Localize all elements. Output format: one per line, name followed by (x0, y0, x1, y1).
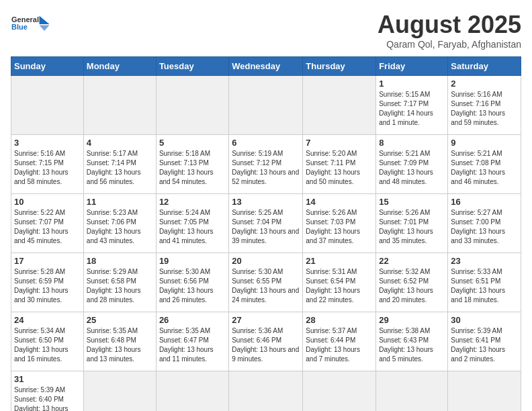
calendar-week-row: 17Sunrise: 5:28 AM Sunset: 6:59 PM Dayli… (11, 253, 521, 312)
day-number: 26 (159, 315, 226, 325)
calendar-day-cell (376, 371, 448, 412)
day-number: 8 (379, 138, 445, 148)
calendar-day-cell: 11Sunrise: 5:23 AM Sunset: 7:06 PM Dayli… (83, 194, 156, 253)
svg-text:Blue: Blue (11, 23, 28, 31)
day-info: Sunrise: 5:26 AM Sunset: 7:03 PM Dayligh… (306, 208, 373, 246)
generalblue-logo-icon: General Blue (11, 11, 51, 41)
day-number: 17 (14, 256, 81, 266)
day-info: Sunrise: 5:22 AM Sunset: 7:07 PM Dayligh… (14, 208, 81, 246)
calendar-day-cell (11, 76, 84, 135)
calendar-day-cell: 19Sunrise: 5:30 AM Sunset: 6:56 PM Dayli… (156, 253, 228, 312)
day-number: 27 (232, 315, 300, 325)
day-number: 20 (232, 256, 300, 266)
day-number: 24 (14, 315, 81, 325)
day-info: Sunrise: 5:30 AM Sunset: 6:55 PM Dayligh… (232, 267, 300, 305)
day-of-week-header: Sunday (11, 57, 84, 76)
day-info: Sunrise: 5:20 AM Sunset: 7:11 PM Dayligh… (306, 149, 373, 187)
calendar-day-cell (83, 76, 156, 135)
svg-marker-2 (40, 16, 50, 25)
day-info: Sunrise: 5:27 AM Sunset: 7:00 PM Dayligh… (451, 208, 518, 246)
calendar-week-row: 10Sunrise: 5:22 AM Sunset: 7:07 PM Dayli… (11, 194, 521, 253)
day-info: Sunrise: 5:35 AM Sunset: 6:47 PM Dayligh… (159, 326, 226, 364)
location-subtitle: Qaram Qol, Faryab, Afghanistan (378, 39, 521, 50)
day-info: Sunrise: 5:33 AM Sunset: 6:51 PM Dayligh… (451, 267, 518, 305)
day-info: Sunrise: 5:24 AM Sunset: 7:05 PM Dayligh… (159, 208, 226, 246)
day-info: Sunrise: 5:35 AM Sunset: 6:48 PM Dayligh… (87, 326, 153, 364)
calendar-day-cell: 28Sunrise: 5:37 AM Sunset: 6:44 PM Dayli… (303, 312, 376, 371)
calendar-day-cell: 30Sunrise: 5:39 AM Sunset: 6:41 PM Dayli… (448, 312, 521, 371)
title-block: August 2025 Qaram Qol, Faryab, Afghanist… (378, 11, 521, 50)
day-number: 19 (159, 256, 226, 266)
day-info: Sunrise: 5:37 AM Sunset: 6:44 PM Dayligh… (306, 326, 373, 364)
calendar-week-row: 3Sunrise: 5:16 AM Sunset: 7:15 PM Daylig… (11, 135, 521, 194)
day-info: Sunrise: 5:32 AM Sunset: 6:52 PM Dayligh… (379, 267, 445, 305)
day-info: Sunrise: 5:25 AM Sunset: 7:04 PM Dayligh… (232, 208, 300, 246)
calendar-day-cell: 5Sunrise: 5:18 AM Sunset: 7:13 PM Daylig… (156, 135, 228, 194)
day-info: Sunrise: 5:19 AM Sunset: 7:12 PM Dayligh… (232, 149, 300, 187)
calendar-week-row: 24Sunrise: 5:34 AM Sunset: 6:50 PM Dayli… (11, 312, 521, 371)
day-number: 3 (14, 138, 81, 148)
logo: General Blue (11, 11, 51, 41)
calendar-day-cell: 12Sunrise: 5:24 AM Sunset: 7:05 PM Dayli… (156, 194, 228, 253)
calendar-day-cell: 10Sunrise: 5:22 AM Sunset: 7:07 PM Dayli… (11, 194, 84, 253)
day-info: Sunrise: 5:15 AM Sunset: 7:17 PM Dayligh… (379, 90, 445, 128)
month-title: August 2025 (378, 11, 521, 39)
day-number: 5 (159, 138, 226, 148)
calendar-day-cell (229, 76, 303, 135)
day-info: Sunrise: 5:29 AM Sunset: 6:58 PM Dayligh… (87, 267, 153, 305)
day-number: 1 (379, 79, 445, 89)
calendar-day-cell: 7Sunrise: 5:20 AM Sunset: 7:11 PM Daylig… (303, 135, 376, 194)
calendar-day-cell: 23Sunrise: 5:33 AM Sunset: 6:51 PM Dayli… (448, 253, 521, 312)
calendar-day-cell: 3Sunrise: 5:16 AM Sunset: 7:15 PM Daylig… (11, 135, 84, 194)
calendar-day-cell: 22Sunrise: 5:32 AM Sunset: 6:52 PM Dayli… (376, 253, 448, 312)
calendar-day-cell (303, 371, 376, 412)
calendar-day-cell: 1Sunrise: 5:15 AM Sunset: 7:17 PM Daylig… (376, 76, 448, 135)
day-of-week-header: Thursday (303, 57, 376, 76)
day-number: 9 (451, 138, 518, 148)
calendar-day-cell: 14Sunrise: 5:26 AM Sunset: 7:03 PM Dayli… (303, 194, 376, 253)
svg-text:General: General (11, 15, 39, 24)
day-info: Sunrise: 5:21 AM Sunset: 7:09 PM Dayligh… (379, 149, 445, 187)
calendar-day-cell: 2Sunrise: 5:16 AM Sunset: 7:16 PM Daylig… (448, 76, 521, 135)
calendar-day-cell: 18Sunrise: 5:29 AM Sunset: 6:58 PM Dayli… (83, 253, 156, 312)
calendar-day-cell: 13Sunrise: 5:25 AM Sunset: 7:04 PM Dayli… (229, 194, 303, 253)
calendar-day-cell: 31Sunrise: 5:39 AM Sunset: 6:40 PM Dayli… (11, 371, 84, 412)
day-info: Sunrise: 5:39 AM Sunset: 6:41 PM Dayligh… (451, 326, 518, 364)
day-number: 6 (232, 138, 300, 148)
calendar-day-cell: 24Sunrise: 5:34 AM Sunset: 6:50 PM Dayli… (11, 312, 84, 371)
calendar-day-cell: 25Sunrise: 5:35 AM Sunset: 6:48 PM Dayli… (83, 312, 156, 371)
day-number: 4 (87, 138, 153, 148)
day-info: Sunrise: 5:17 AM Sunset: 7:14 PM Dayligh… (87, 149, 153, 187)
day-number: 11 (87, 197, 153, 207)
calendar-week-row: 31Sunrise: 5:39 AM Sunset: 6:40 PM Dayli… (11, 371, 521, 412)
calendar-day-cell: 26Sunrise: 5:35 AM Sunset: 6:47 PM Dayli… (156, 312, 228, 371)
day-number: 2 (451, 79, 518, 89)
day-info: Sunrise: 5:39 AM Sunset: 6:40 PM Dayligh… (14, 385, 81, 411)
calendar-day-cell (229, 371, 303, 412)
day-info: Sunrise: 5:21 AM Sunset: 7:08 PM Dayligh… (451, 149, 518, 187)
day-of-week-header: Saturday (448, 57, 521, 76)
calendar-day-cell (303, 76, 376, 135)
day-info: Sunrise: 5:34 AM Sunset: 6:50 PM Dayligh… (14, 326, 81, 364)
day-info: Sunrise: 5:38 AM Sunset: 6:43 PM Dayligh… (379, 326, 445, 364)
day-number: 28 (306, 315, 373, 325)
day-number: 25 (87, 315, 153, 325)
day-info: Sunrise: 5:16 AM Sunset: 7:16 PM Dayligh… (451, 90, 518, 128)
svg-marker-3 (40, 26, 50, 32)
calendar-day-cell: 9Sunrise: 5:21 AM Sunset: 7:08 PM Daylig… (448, 135, 521, 194)
calendar-day-cell (448, 371, 521, 412)
calendar-day-cell: 16Sunrise: 5:27 AM Sunset: 7:00 PM Dayli… (448, 194, 521, 253)
day-number: 12 (159, 197, 226, 207)
day-number: 15 (379, 197, 445, 207)
calendar-week-row: 1Sunrise: 5:15 AM Sunset: 7:17 PM Daylig… (11, 76, 521, 135)
calendar-day-cell (156, 371, 228, 412)
calendar-day-cell (83, 371, 156, 412)
day-of-week-header: Monday (83, 57, 156, 76)
calendar-day-cell: 6Sunrise: 5:19 AM Sunset: 7:12 PM Daylig… (229, 135, 303, 194)
calendar-day-cell (156, 76, 228, 135)
day-of-week-header: Tuesday (156, 57, 228, 76)
calendar-day-cell: 15Sunrise: 5:26 AM Sunset: 7:01 PM Dayli… (376, 194, 448, 253)
day-info: Sunrise: 5:16 AM Sunset: 7:15 PM Dayligh… (14, 149, 81, 187)
day-info: Sunrise: 5:31 AM Sunset: 6:54 PM Dayligh… (306, 267, 373, 305)
day-number: 29 (379, 315, 445, 325)
